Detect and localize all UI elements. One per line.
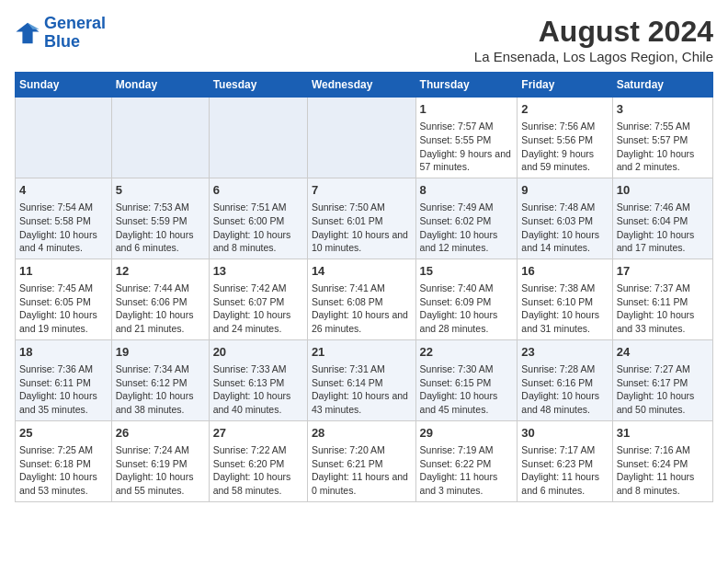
day-number: 19 [116, 344, 205, 361]
calendar-cell: 8Sunrise: 7:49 AM Sunset: 6:02 PM Daylig… [415, 178, 518, 259]
day-info: Sunrise: 7:49 AM Sunset: 6:02 PM Dayligh… [420, 201, 514, 255]
day-number: 11 [19, 263, 108, 280]
day-header-sunday: Sunday [16, 73, 112, 98]
day-info: Sunrise: 7:55 AM Sunset: 5:57 PM Dayligh… [617, 120, 709, 174]
day-number: 13 [213, 263, 303, 280]
page-header: General Blue August 2024 La Ensenada, Lo… [15, 15, 713, 64]
day-number: 31 [617, 425, 709, 442]
calendar-subtitle: La Ensenada, Los Lagos Region, Chile [474, 49, 713, 64]
calendar-cell [209, 98, 307, 178]
calendar-cell [111, 98, 209, 178]
day-info: Sunrise: 7:50 AM Sunset: 6:01 PM Dayligh… [312, 201, 412, 255]
calendar-cell: 9Sunrise: 7:48 AM Sunset: 6:03 PM Daylig… [518, 178, 612, 259]
day-number: 8 [420, 182, 514, 199]
day-info: Sunrise: 7:51 AM Sunset: 6:00 PM Dayligh… [213, 201, 303, 255]
day-info: Sunrise: 7:27 AM Sunset: 6:17 PM Dayligh… [617, 362, 709, 417]
calendar-cell: 14Sunrise: 7:41 AM Sunset: 6:08 PM Dayli… [307, 259, 415, 339]
day-info: Sunrise: 7:37 AM Sunset: 6:11 PM Dayligh… [617, 282, 709, 336]
day-header-tuesday: Tuesday [209, 73, 307, 98]
day-number: 12 [116, 263, 205, 280]
calendar-cell: 7Sunrise: 7:50 AM Sunset: 6:01 PM Daylig… [307, 178, 415, 259]
day-header-friday: Friday [518, 73, 612, 98]
calendar-cell: 18Sunrise: 7:36 AM Sunset: 6:11 PM Dayli… [16, 339, 112, 420]
day-info: Sunrise: 7:25 AM Sunset: 6:18 PM Dayligh… [19, 443, 108, 498]
title-block: August 2024 La Ensenada, Los Lagos Regio… [474, 15, 713, 64]
calendar-cell: 10Sunrise: 7:46 AM Sunset: 6:04 PM Dayli… [612, 178, 712, 259]
day-info: Sunrise: 7:53 AM Sunset: 5:59 PM Dayligh… [116, 201, 205, 255]
day-number: 26 [116, 425, 205, 442]
calendar-cell: 22Sunrise: 7:30 AM Sunset: 6:15 PM Dayli… [415, 339, 518, 420]
day-number: 9 [521, 182, 608, 199]
day-number: 27 [213, 425, 303, 442]
day-info: Sunrise: 7:22 AM Sunset: 6:20 PM Dayligh… [213, 443, 303, 498]
day-info: Sunrise: 7:40 AM Sunset: 6:09 PM Dayligh… [420, 282, 514, 336]
day-number: 18 [19, 344, 108, 361]
day-info: Sunrise: 7:54 AM Sunset: 5:58 PM Dayligh… [19, 201, 108, 255]
calendar-week-row: 25Sunrise: 7:25 AM Sunset: 6:18 PM Dayli… [16, 420, 713, 501]
calendar-cell: 26Sunrise: 7:24 AM Sunset: 6:19 PM Dayli… [111, 420, 209, 501]
day-header-saturday: Saturday [612, 73, 712, 98]
day-info: Sunrise: 7:46 AM Sunset: 6:04 PM Dayligh… [617, 201, 709, 255]
calendar-cell [16, 98, 112, 178]
svg-marker-0 [16, 23, 39, 43]
calendar-cell: 21Sunrise: 7:31 AM Sunset: 6:14 PM Dayli… [307, 339, 415, 420]
calendar-cell: 5Sunrise: 7:53 AM Sunset: 5:59 PM Daylig… [111, 178, 209, 259]
calendar-cell: 23Sunrise: 7:28 AM Sunset: 6:16 PM Dayli… [518, 339, 612, 420]
day-number: 23 [521, 344, 608, 361]
calendar-cell: 29Sunrise: 7:19 AM Sunset: 6:22 PM Dayli… [415, 420, 518, 501]
calendar-cell: 31Sunrise: 7:16 AM Sunset: 6:24 PM Dayli… [612, 420, 712, 501]
calendar-cell: 13Sunrise: 7:42 AM Sunset: 6:07 PM Dayli… [209, 259, 307, 339]
day-number: 16 [521, 263, 608, 280]
day-info: Sunrise: 7:34 AM Sunset: 6:12 PM Dayligh… [116, 362, 205, 417]
day-info: Sunrise: 7:20 AM Sunset: 6:21 PM Dayligh… [312, 443, 412, 498]
day-info: Sunrise: 7:16 AM Sunset: 6:24 PM Dayligh… [617, 443, 709, 498]
day-info: Sunrise: 7:36 AM Sunset: 6:11 PM Dayligh… [19, 362, 108, 417]
day-number: 21 [312, 344, 412, 361]
day-number: 5 [116, 182, 205, 199]
calendar-cell: 16Sunrise: 7:38 AM Sunset: 6:10 PM Dayli… [518, 259, 612, 339]
calendar-cell: 24Sunrise: 7:27 AM Sunset: 6:17 PM Dayli… [612, 339, 712, 420]
calendar-cell: 11Sunrise: 7:45 AM Sunset: 6:05 PM Dayli… [16, 259, 112, 339]
calendar-cell: 2Sunrise: 7:56 AM Sunset: 5:56 PM Daylig… [518, 98, 612, 178]
day-info: Sunrise: 7:17 AM Sunset: 6:23 PM Dayligh… [521, 443, 608, 498]
day-number: 14 [312, 263, 412, 280]
day-info: Sunrise: 7:56 AM Sunset: 5:56 PM Dayligh… [521, 120, 608, 174]
calendar-week-row: 18Sunrise: 7:36 AM Sunset: 6:11 PM Dayli… [16, 339, 713, 420]
calendar-cell: 17Sunrise: 7:37 AM Sunset: 6:11 PM Dayli… [612, 259, 712, 339]
day-info: Sunrise: 7:31 AM Sunset: 6:14 PM Dayligh… [312, 362, 412, 417]
day-info: Sunrise: 7:45 AM Sunset: 6:05 PM Dayligh… [19, 282, 108, 336]
calendar-cell: 19Sunrise: 7:34 AM Sunset: 6:12 PM Dayli… [111, 339, 209, 420]
day-number: 10 [617, 182, 709, 199]
day-number: 30 [521, 425, 608, 442]
logo: General Blue [15, 15, 106, 52]
calendar-cell: 15Sunrise: 7:40 AM Sunset: 6:09 PM Dayli… [415, 259, 518, 339]
day-number: 7 [312, 182, 412, 199]
calendar-table: SundayMondayTuesdayWednesdayThursdayFrid… [15, 72, 713, 502]
calendar-cell: 20Sunrise: 7:33 AM Sunset: 6:13 PM Dayli… [209, 339, 307, 420]
day-info: Sunrise: 7:33 AM Sunset: 6:13 PM Dayligh… [213, 362, 303, 417]
day-header-monday: Monday [111, 73, 209, 98]
logo-text: General Blue [44, 15, 106, 52]
calendar-cell [307, 98, 415, 178]
calendar-cell: 30Sunrise: 7:17 AM Sunset: 6:23 PM Dayli… [518, 420, 612, 501]
day-info: Sunrise: 7:28 AM Sunset: 6:16 PM Dayligh… [521, 362, 608, 417]
calendar-cell: 28Sunrise: 7:20 AM Sunset: 6:21 PM Dayli… [307, 420, 415, 501]
calendar-cell: 3Sunrise: 7:55 AM Sunset: 5:57 PM Daylig… [612, 98, 712, 178]
day-info: Sunrise: 7:19 AM Sunset: 6:22 PM Dayligh… [420, 443, 514, 498]
day-info: Sunrise: 7:57 AM Sunset: 5:55 PM Dayligh… [420, 120, 514, 174]
calendar-cell: 12Sunrise: 7:44 AM Sunset: 6:06 PM Dayli… [111, 259, 209, 339]
day-number: 6 [213, 182, 303, 199]
calendar-week-row: 11Sunrise: 7:45 AM Sunset: 6:05 PM Dayli… [16, 259, 713, 339]
day-number: 22 [420, 344, 514, 361]
day-header-thursday: Thursday [415, 73, 518, 98]
calendar-cell: 25Sunrise: 7:25 AM Sunset: 6:18 PM Dayli… [16, 420, 112, 501]
day-number: 2 [521, 101, 608, 118]
calendar-header-row: SundayMondayTuesdayWednesdayThursdayFrid… [16, 73, 713, 98]
calendar-title: August 2024 [474, 15, 713, 49]
day-number: 20 [213, 344, 303, 361]
day-header-wednesday: Wednesday [307, 73, 415, 98]
day-number: 3 [617, 101, 709, 118]
day-number: 1 [420, 101, 514, 118]
day-number: 17 [617, 263, 709, 280]
day-info: Sunrise: 7:30 AM Sunset: 6:15 PM Dayligh… [420, 362, 514, 417]
